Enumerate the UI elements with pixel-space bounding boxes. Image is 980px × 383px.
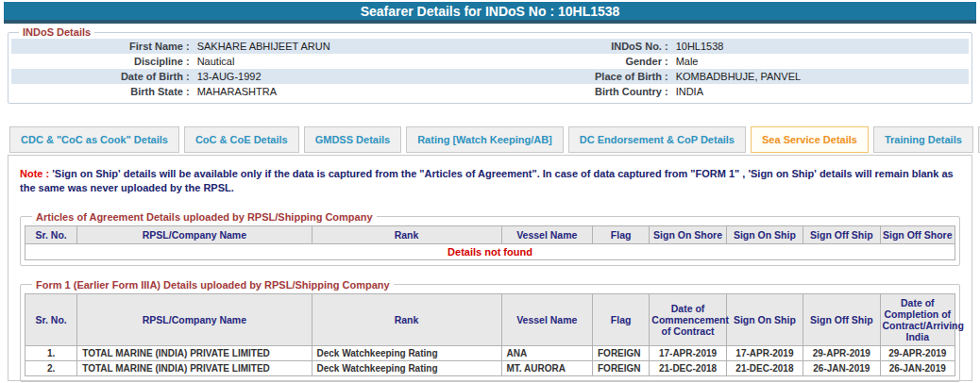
articles-of-agreement-legend: Articles of Agreement Details uploaded b…: [32, 211, 377, 223]
col-header-sign-off-ship: Sign Off Ship: [803, 293, 880, 345]
field-label-birth-country: Birth Country :: [490, 84, 672, 99]
col-header-flag: Flag: [593, 225, 650, 243]
field-label-gender: Gender :: [490, 54, 672, 69]
cell-sign-on-ship: 21-DEC-2018: [726, 360, 803, 375]
col-header-rank: Rank: [312, 293, 501, 345]
col-header-sr-no: Sr. No.: [25, 293, 77, 345]
cell-sign-off-ship: 26-JAN-2019: [803, 360, 880, 375]
cell-rank: Deck Watchkeeping Rating: [312, 360, 501, 375]
field-label-place-of-birth: Place of Birth :: [490, 69, 672, 84]
articles-of-agreement-table: Sr. No. RPSL/Company Name Rank Vessel Na…: [25, 225, 955, 260]
field-label-date-of-birth: Date of Birth :: [11, 69, 194, 84]
field-label-first-name: First Name :: [11, 39, 194, 54]
col-header-vessel: Vessel Name: [501, 225, 592, 243]
cell-sr-no: 1.: [25, 345, 77, 360]
cell-completion-date: 26-JAN-2019: [880, 360, 955, 375]
indos-row: Date of Birth : 13-AUG-1992 Place of Bir…: [11, 69, 969, 84]
cell-completion-date: 29-APR-2019: [880, 345, 955, 360]
cell-sign-on-ship: 17-APR-2019: [726, 345, 803, 360]
col-header-sr-no: Sr. No.: [25, 225, 77, 243]
indos-details-table: First Name : SAKHARE ABHIJEET ARUN INDoS…: [11, 39, 969, 99]
col-header-sign-on-ship: Sign On Ship: [726, 293, 803, 345]
form1-fieldset: Form 1 (Earlier Form IIIA) Details uploa…: [20, 279, 960, 382]
cell-commencement-date: 21-DEC-2018: [650, 360, 726, 375]
field-label-birth-state: Birth State :: [11, 84, 194, 99]
col-header-flag: Flag: [593, 293, 650, 345]
cell-vessel: ANA: [501, 345, 592, 360]
col-header-commencement-date: Date of Commencement of Contract: [650, 293, 726, 345]
indos-row: First Name : SAKHARE ABHIJEET ARUN INDoS…: [11, 39, 969, 54]
field-label-discipline: Discipline :: [11, 54, 194, 69]
tab-training-details[interactable]: Training Details: [873, 126, 973, 153]
field-value-indos-no: 10HL1538: [672, 39, 969, 54]
col-header-completion-date: Date of Completion of Contract/Arriving …: [880, 293, 955, 345]
field-value-date-of-birth: 13-AUG-1992: [194, 69, 490, 84]
tab-bar: CDC & "CoC as Cook" Details CoC & CoE De…: [9, 126, 972, 153]
table-header-row: Sr. No. RPSL/Company Name Rank Vessel Na…: [25, 293, 955, 345]
indos-row: Discipline : Nautical Gender : Male: [11, 54, 969, 69]
indos-details-fieldset: INDoS Details First Name : SAKHARE ABHIJ…: [8, 26, 972, 104]
cell-sign-off-ship: 29-APR-2019: [803, 345, 880, 360]
page-title: Seafarer Details for INDoS No : 10HL1538: [4, 2, 976, 24]
cell-flag: FOREIGN: [593, 360, 650, 375]
cell-flag: FOREIGN: [593, 345, 650, 360]
field-value-place-of-birth: KOMBADBHUJE, PANVEL: [672, 69, 969, 84]
cell-company: TOTAL MARINE (INDIA) PRIVATE LIMITED: [77, 345, 312, 360]
indos-row: Birth State : MAHARASHTRA Birth Country …: [11, 84, 969, 99]
tab-sea-service-details[interactable]: Sea Service Details: [751, 126, 869, 153]
cell-rank: Deck Watchkeeping Rating: [312, 345, 501, 360]
tab-cdc-coc-as-cook-details[interactable]: CDC & "CoC as Cook" Details: [9, 126, 179, 153]
note-body: 'Sign on Ship' details will be available…: [20, 168, 954, 193]
cell-sr-no: 2.: [25, 360, 77, 375]
field-value-birth-country: INDIA: [672, 84, 969, 99]
col-header-sign-on-shore: Sign On Shore: [650, 225, 726, 243]
col-header-rank: Rank: [312, 225, 501, 243]
table-header-row: Sr. No. RPSL/Company Name Rank Vessel Na…: [25, 225, 955, 243]
note-text: Note : 'Sign on Ship' details will be av…: [20, 167, 960, 196]
field-value-first-name: SAKHARE ABHIJEET ARUN: [194, 39, 490, 54]
form1-table: Sr. No. RPSL/Company Name Rank Vessel Na…: [25, 293, 955, 376]
tab-dc-endorsement-cop-details[interactable]: DC Endorsement & CoP Details: [568, 126, 746, 153]
empty-row: Details not found: [25, 243, 955, 259]
col-header-sign-off-shore: Sign Off Shore: [880, 225, 955, 243]
col-header-company: RPSL/Company Name: [77, 293, 312, 345]
field-value-discipline: Nautical: [194, 54, 490, 69]
table-row: 2. TOTAL MARINE (INDIA) PRIVATE LIMITED …: [25, 360, 955, 375]
cell-vessel: MT. AURORA: [501, 360, 592, 375]
tab-coc-coe-details[interactable]: CoC & CoE Details: [184, 126, 299, 153]
cell-company: TOTAL MARINE (INDIA) PRIVATE LIMITED: [77, 360, 312, 375]
col-header-company: RPSL/Company Name: [77, 225, 312, 243]
field-label-indos-no: INDoS No. :: [490, 39, 672, 54]
col-header-sign-off-ship: Sign Off Ship: [803, 225, 880, 243]
form1-legend: Form 1 (Earlier Form IIIA) Details uploa…: [32, 279, 394, 291]
cell-commencement-date: 17-APR-2019: [650, 345, 726, 360]
tab-rating-watch-keeping-ab[interactable]: Rating [Watch Keeping/AB]: [406, 126, 564, 153]
tab-gmdss-details[interactable]: GMDSS Details: [304, 126, 401, 153]
field-value-gender: Male: [672, 54, 969, 69]
col-header-vessel: Vessel Name: [501, 293, 592, 345]
col-header-sign-on-ship: Sign On Ship: [726, 225, 803, 243]
table-row: 1. TOTAL MARINE (INDIA) PRIVATE LIMITED …: [25, 345, 955, 360]
details-not-found-message: Details not found: [25, 243, 955, 259]
sea-service-panel: Note : 'Sign on Ship' details will be av…: [8, 155, 972, 381]
articles-of-agreement-fieldset: Articles of Agreement Details uploaded b…: [20, 211, 960, 266]
note-prefix: Note :: [20, 168, 49, 179]
indos-details-legend: INDoS Details: [19, 26, 94, 38]
field-value-birth-state: MAHARASHTRA: [194, 84, 490, 99]
